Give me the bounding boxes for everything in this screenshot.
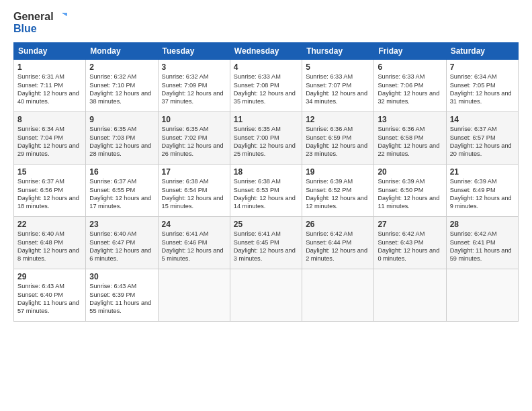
day-header-wednesday: Wednesday	[230, 43, 302, 60]
day-number: 10	[162, 115, 226, 124]
cell-info: Sunrise: 6:38 AMSunset: 6:54 PMDaylight:…	[162, 178, 224, 210]
day-number: 2	[89, 62, 154, 72]
cell-info: Sunrise: 6:40 AMSunset: 6:48 PMDaylight:…	[17, 230, 79, 262]
calendar-cell: 30 Sunrise: 6:43 AMSunset: 6:39 PMDaylig…	[86, 269, 158, 322]
cell-info: Sunrise: 6:36 AMSunset: 6:58 PMDaylight:…	[378, 126, 439, 157]
day-number: 7	[450, 62, 515, 72]
cell-info: Sunrise: 6:33 AMSunset: 7:08 PMDaylight:…	[234, 73, 296, 105]
cell-info: Sunrise: 6:35 AMSunset: 7:00 PMDaylight:…	[234, 126, 296, 157]
cell-info: Sunrise: 6:34 AMSunset: 7:05 PMDaylight:…	[450, 73, 512, 105]
calendar-cell	[158, 269, 230, 322]
day-number: 29	[17, 272, 82, 281]
calendar-cell: 28 Sunrise: 6:42 AMSunset: 6:41 PMDaylig…	[446, 217, 518, 269]
calendar-cell: 19 Sunrise: 6:39 AMSunset: 6:52 PMDaylig…	[302, 165, 374, 217]
cell-info: Sunrise: 6:32 AMSunset: 7:09 PMDaylight:…	[162, 73, 224, 105]
day-number: 9	[89, 115, 154, 124]
cell-info: Sunrise: 6:33 AMSunset: 7:07 PMDaylight:…	[306, 73, 367, 105]
day-number: 5	[306, 62, 370, 72]
cell-info: Sunrise: 6:38 AMSunset: 6:53 PMDaylight:…	[234, 178, 296, 210]
calendar-week-row: 22 Sunrise: 6:40 AMSunset: 6:48 PMDaylig…	[14, 217, 519, 269]
day-number: 15	[17, 167, 82, 177]
calendar-cell: 11 Sunrise: 6:35 AMSunset: 7:00 PMDaylig…	[230, 112, 302, 165]
cell-info: Sunrise: 6:39 AMSunset: 6:50 PMDaylight:…	[378, 178, 439, 210]
calendar-cell: 24 Sunrise: 6:41 AMSunset: 6:46 PMDaylig…	[158, 217, 230, 269]
day-number: 26	[306, 220, 370, 229]
day-number: 18	[234, 167, 298, 177]
svg-marker-1	[62, 13, 67, 16]
cell-info: Sunrise: 6:43 AMSunset: 6:40 PMDaylight:…	[17, 283, 79, 314]
day-number: 19	[306, 167, 370, 177]
day-number: 25	[234, 220, 298, 229]
day-number: 23	[89, 220, 154, 229]
cell-info: Sunrise: 6:37 AMSunset: 6:57 PMDaylight:…	[450, 126, 512, 157]
day-number: 17	[162, 167, 226, 177]
calendar-cell: 27 Sunrise: 6:42 AMSunset: 6:43 PMDaylig…	[374, 217, 446, 269]
day-header-sunday: Sunday	[14, 43, 86, 60]
cell-info: Sunrise: 6:42 AMSunset: 6:41 PMDaylight:…	[450, 230, 512, 262]
cell-info: Sunrise: 6:41 AMSunset: 6:45 PMDaylight:…	[234, 230, 296, 262]
calendar-cell: 4 Sunrise: 6:33 AMSunset: 7:08 PMDayligh…	[230, 60, 302, 112]
day-number: 24	[162, 220, 226, 229]
calendar-cell: 2 Sunrise: 6:32 AMSunset: 7:10 PMDayligh…	[86, 60, 158, 112]
logo-general: General	[13, 11, 54, 23]
page-header: General Blue	[13, 11, 519, 34]
cell-info: Sunrise: 6:42 AMSunset: 6:44 PMDaylight:…	[306, 230, 367, 262]
calendar-cell: 22 Sunrise: 6:40 AMSunset: 6:48 PMDaylig…	[14, 217, 86, 269]
logo-text: General Blue	[13, 11, 67, 34]
calendar-cell: 7 Sunrise: 6:34 AMSunset: 7:05 PMDayligh…	[446, 60, 518, 112]
cell-info: Sunrise: 6:35 AMSunset: 7:03 PMDaylight:…	[89, 126, 151, 157]
calendar-week-row: 29 Sunrise: 6:43 AMSunset: 6:40 PMDaylig…	[14, 269, 519, 322]
day-number: 21	[450, 167, 515, 177]
cell-info: Sunrise: 6:37 AMSunset: 6:56 PMDaylight:…	[17, 178, 79, 210]
calendar-cell	[374, 269, 446, 322]
calendar-cell: 25 Sunrise: 6:41 AMSunset: 6:45 PMDaylig…	[230, 217, 302, 269]
day-number: 20	[378, 167, 442, 177]
day-number: 27	[378, 220, 442, 229]
day-header-friday: Friday	[374, 43, 446, 60]
day-header-monday: Monday	[86, 43, 158, 60]
cell-info: Sunrise: 6:34 AMSunset: 7:04 PMDaylight:…	[17, 126, 79, 157]
cell-info: Sunrise: 6:32 AMSunset: 7:10 PMDaylight:…	[89, 73, 151, 105]
day-header-saturday: Saturday	[446, 43, 518, 60]
day-number: 12	[306, 115, 370, 124]
calendar-cell: 29 Sunrise: 6:43 AMSunset: 6:40 PMDaylig…	[14, 269, 86, 322]
calendar-cell: 9 Sunrise: 6:35 AMSunset: 7:03 PMDayligh…	[86, 112, 158, 165]
calendar-cell: 14 Sunrise: 6:37 AMSunset: 6:57 PMDaylig…	[446, 112, 518, 165]
cell-info: Sunrise: 6:37 AMSunset: 6:55 PMDaylight:…	[89, 178, 151, 210]
calendar-week-row: 8 Sunrise: 6:34 AMSunset: 7:04 PMDayligh…	[14, 112, 519, 165]
logo-blue: Blue	[13, 23, 67, 35]
calendar-header-row: SundayMondayTuesdayWednesdayThursdayFrid…	[14, 43, 519, 60]
calendar-week-row: 1 Sunrise: 6:31 AMSunset: 7:11 PMDayligh…	[14, 60, 519, 112]
day-number: 14	[450, 115, 515, 124]
calendar-cell: 16 Sunrise: 6:37 AMSunset: 6:55 PMDaylig…	[86, 165, 158, 217]
day-header-thursday: Thursday	[302, 43, 374, 60]
day-number: 1	[17, 62, 82, 72]
day-number: 8	[17, 115, 82, 124]
calendar-cell: 15 Sunrise: 6:37 AMSunset: 6:56 PMDaylig…	[14, 165, 86, 217]
day-number: 16	[89, 167, 154, 177]
calendar-cell: 26 Sunrise: 6:42 AMSunset: 6:44 PMDaylig…	[302, 217, 374, 269]
logo-bird-icon	[55, 11, 67, 22]
day-number: 11	[234, 115, 298, 124]
day-number: 3	[162, 62, 226, 72]
cell-info: Sunrise: 6:40 AMSunset: 6:47 PMDaylight:…	[89, 230, 151, 262]
calendar-cell: 17 Sunrise: 6:38 AMSunset: 6:54 PMDaylig…	[158, 165, 230, 217]
day-header-tuesday: Tuesday	[158, 43, 230, 60]
calendar-cell: 13 Sunrise: 6:36 AMSunset: 6:58 PMDaylig…	[374, 112, 446, 165]
cell-info: Sunrise: 6:36 AMSunset: 6:59 PMDaylight:…	[306, 126, 367, 157]
calendar-week-row: 15 Sunrise: 6:37 AMSunset: 6:56 PMDaylig…	[14, 165, 519, 217]
calendar-cell: 8 Sunrise: 6:34 AMSunset: 7:04 PMDayligh…	[14, 112, 86, 165]
calendar-cell	[446, 269, 518, 322]
cell-info: Sunrise: 6:35 AMSunset: 7:02 PMDaylight:…	[162, 126, 224, 157]
cell-info: Sunrise: 6:42 AMSunset: 6:43 PMDaylight:…	[378, 230, 439, 262]
cell-info: Sunrise: 6:43 AMSunset: 6:39 PMDaylight:…	[89, 283, 151, 314]
day-number: 30	[89, 272, 154, 281]
calendar-cell: 3 Sunrise: 6:32 AMSunset: 7:09 PMDayligh…	[158, 60, 230, 112]
calendar-cell: 18 Sunrise: 6:38 AMSunset: 6:53 PMDaylig…	[230, 165, 302, 217]
day-number: 6	[378, 62, 442, 72]
day-number: 4	[234, 62, 298, 72]
day-number: 28	[450, 220, 515, 229]
cell-info: Sunrise: 6:39 AMSunset: 6:52 PMDaylight:…	[306, 178, 367, 210]
cell-info: Sunrise: 6:39 AMSunset: 6:49 PMDaylight:…	[450, 178, 512, 210]
calendar-cell	[302, 269, 374, 322]
